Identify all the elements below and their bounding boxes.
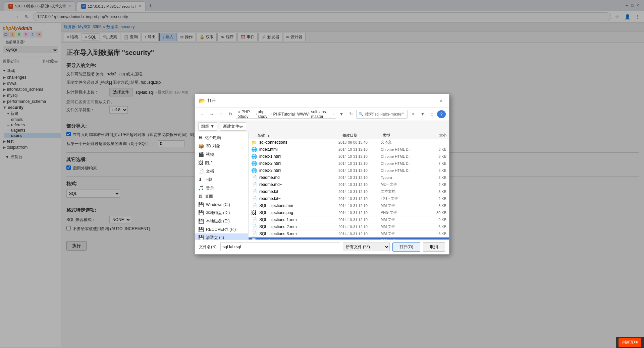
dialog-back-button[interactable]: ← — [198, 110, 206, 118]
recovery-f-icon: 💾 — [198, 227, 204, 232]
file-row[interactable]: 📄 readme.md 2014-10-31 12:10 Typora 3 KB — [249, 174, 449, 181]
sidebar-local-e[interactable]: 💾 本地磁盘 (E:) — [195, 217, 248, 225]
file-size: 8 KB — [423, 154, 446, 158]
file-size: 2 KB — [423, 239, 446, 239]
sidebar-documents[interactable]: 📄 文档 — [195, 167, 248, 176]
file-row[interactable]: 🖼 SQL Injections.png 2014-10-31 12:10 PN… — [249, 209, 449, 216]
file-name: sql-connections — [259, 140, 336, 145]
file-type: MM 文件 — [381, 224, 421, 229]
filetype-select[interactable]: 所有文件 (*.*) — [343, 242, 390, 251]
folder-icon: 📁 — [251, 140, 257, 145]
sidebar-purified-i[interactable]: 💾 渗透盘 (I:) — [195, 233, 248, 239]
file-date: 2014-10-31 12:10 — [338, 239, 379, 239]
open-button[interactable]: 打开(O) — [392, 242, 420, 252]
organize-label: 组织 ▼ — [201, 124, 214, 129]
dialog-search-input[interactable] — [365, 112, 405, 117]
sidebar-desktop[interactable]: 🖥 桌面 — [195, 192, 248, 201]
bc-www[interactable]: WWW — [297, 112, 309, 117]
col-header-type[interactable]: 类型 — [383, 133, 423, 138]
dialog-close-button[interactable]: ✕ — [437, 97, 445, 105]
file-row[interactable]: 📄 readme.txt 2014-10-31 12:10 文本文档 3 KB — [249, 188, 449, 195]
sidebar-this-pc[interactable]: 🖥 这台电脑 — [195, 134, 248, 142]
sidebar-pictures[interactable]: 🖼 图片 — [195, 159, 248, 167]
dialog-title: 📂 打开 — [199, 97, 216, 104]
file-name: SQL Injections-2.mm — [259, 224, 336, 229]
dialog-toolbar: ← → ↑ ↻ « PHP-Study › php-study › PHPTut… — [195, 108, 449, 121]
sidebar-3d-objects[interactable]: 📦 3D 对象 — [195, 142, 248, 150]
file-type: 文本文档 — [381, 189, 421, 194]
file-type: Chrome HTML D... — [381, 154, 421, 158]
file-row[interactable]: 🌐 index-1.html 2014-10-31 12:10 Chrome H… — [249, 153, 449, 160]
sidebar-windows-c[interactable]: 💾 Windows (C:) — [195, 201, 248, 209]
bc-php-study-2[interactable]: php-study — [258, 110, 271, 119]
sidebar-local-d[interactable]: 💾 本地磁盘 (D:) — [195, 209, 248, 217]
file-type: Chrome HTML D... — [381, 168, 421, 172]
downloads-icon: ⬇ — [198, 177, 202, 182]
col-header-date[interactable]: 修改日期 — [342, 133, 383, 138]
search-icon: 🔍 — [359, 112, 364, 117]
music-icon: 🎵 — [198, 185, 204, 191]
sidebar-music[interactable]: 🎵 音乐 — [195, 184, 248, 192]
mm3-icon: 📄 — [251, 231, 257, 236]
file-date: 2014-10-31 12:10 — [338, 154, 379, 158]
file-date: 2014-10-31 12:10 — [338, 225, 379, 229]
file-row[interactable]: 📄 SQL Injections-1.mm 2014-10-31 12:10 M… — [249, 216, 449, 223]
file-size: 8 KB — [423, 232, 446, 236]
this-pc-label: 这台电脑 — [205, 135, 221, 141]
downloads-label: 下载 — [204, 177, 212, 183]
file-size: 8 KB — [423, 147, 446, 151]
organize-button[interactable]: 组织 ▼ — [198, 122, 217, 131]
dialog-forward-button[interactable]: → — [208, 110, 216, 118]
file-date: 2014-10-31 12:10 — [338, 218, 379, 222]
file-row[interactable]: 🌐 index.html 2014-10-31 12:10 Chrome HTM… — [249, 146, 449, 153]
view-help-button[interactable]: ? — [437, 110, 446, 118]
file-date: 2014-10-31 12:10 — [338, 176, 379, 180]
file-date: 2014-10-31 12:10 — [338, 197, 379, 201]
view-dropdown-button[interactable]: ▼ — [418, 110, 427, 118]
bc-phptutorial[interactable]: PHPTutorial — [273, 112, 294, 117]
documents-label: 文档 — [206, 168, 214, 174]
file-size: 6 KB — [423, 225, 446, 229]
file-row[interactable]: 📄 readme.txt~ 2014-10-31 12:10 TXT~ 文件 2… — [249, 195, 449, 202]
new-folder-button[interactable]: 新建文件夹 — [220, 122, 246, 131]
file-row[interactable]: 🌐 index-3.html 2014-10-31 12:10 Chrome H… — [249, 167, 449, 174]
bc-sqli[interactable]: sqli-labs-master — [311, 110, 332, 119]
view-details-button[interactable]: ≡ — [409, 110, 418, 118]
file-row-selected[interactable]: 📄 sql-lab.sql 2014-10-31 12:10 SQL 文件 2 … — [249, 237, 449, 239]
file-name: SQL Injections-1.mm — [259, 217, 336, 222]
dialog-refresh-path-button[interactable]: ↻ — [347, 110, 355, 118]
filename-label: 文件名(N): — [199, 244, 218, 250]
sidebar-downloads[interactable]: ⬇ 下载 — [195, 176, 248, 184]
bc-php-study[interactable]: « PHP-Study — [238, 110, 255, 119]
file-type: SQL 文件 — [381, 238, 421, 239]
txt-tilde-icon: 📄 — [251, 196, 257, 201]
filename-input[interactable] — [220, 242, 340, 251]
file-row[interactable]: 📄 SQL Injections.mm 2014-10-31 12:10 MM … — [249, 202, 449, 209]
file-name: readme.md~ — [259, 182, 336, 187]
html-icon: 🌐 — [251, 154, 257, 159]
sidebar-recovery-f[interactable]: 💾 RECOVERY (F:) — [195, 225, 248, 233]
file-date: 2013-06-06 15:40 — [338, 140, 379, 144]
bc-sep-2: › — [271, 112, 272, 116]
file-row[interactable]: 📁 sql-connections 2013-06-06 15:40 文本文 — [249, 139, 449, 146]
videos-icon: 🎬 — [198, 152, 204, 157]
file-row[interactable]: 📄 SQL Injections-2.mm 2014-10-31 12:10 M… — [249, 223, 449, 230]
dialog-breadcrumb: « PHP-Study › php-study › PHPTutorial › … — [236, 110, 336, 119]
col-header-name[interactable]: 名称 ▲ — [257, 133, 342, 138]
file-row[interactable]: 📄 SQL Injections-3.mm 2014-10-31 12:10 M… — [249, 230, 449, 237]
file-row[interactable]: 📄 readme.md~ 2014-10-31 12:10 MD~ 文件 2 K… — [249, 181, 449, 188]
dialog-refresh-button[interactable]: ↻ — [226, 110, 234, 118]
bc-sep-1: › — [256, 112, 257, 116]
cancel-button[interactable]: 取消 — [423, 242, 445, 252]
md-icon: 📄 — [251, 175, 257, 180]
sidebar-videos[interactable]: 🎬 视频 — [195, 150, 248, 159]
taskbar-chuangxin-button[interactable]: 创新互联 — [619, 338, 641, 347]
view-preview-button[interactable]: □ — [428, 110, 436, 118]
file-name: index-3.html — [259, 168, 336, 173]
file-size: 80 KB — [423, 211, 446, 215]
file-row[interactable]: 🌐 index-2.html 2014-10-31 12:10 Chrome H… — [249, 160, 449, 167]
col-header-size[interactable]: 大小 — [423, 133, 446, 138]
file-name: readme.txt — [259, 189, 336, 194]
dialog-dropdown-button[interactable]: ▼ — [337, 110, 345, 118]
dialog-up-button[interactable]: ↑ — [217, 110, 225, 118]
